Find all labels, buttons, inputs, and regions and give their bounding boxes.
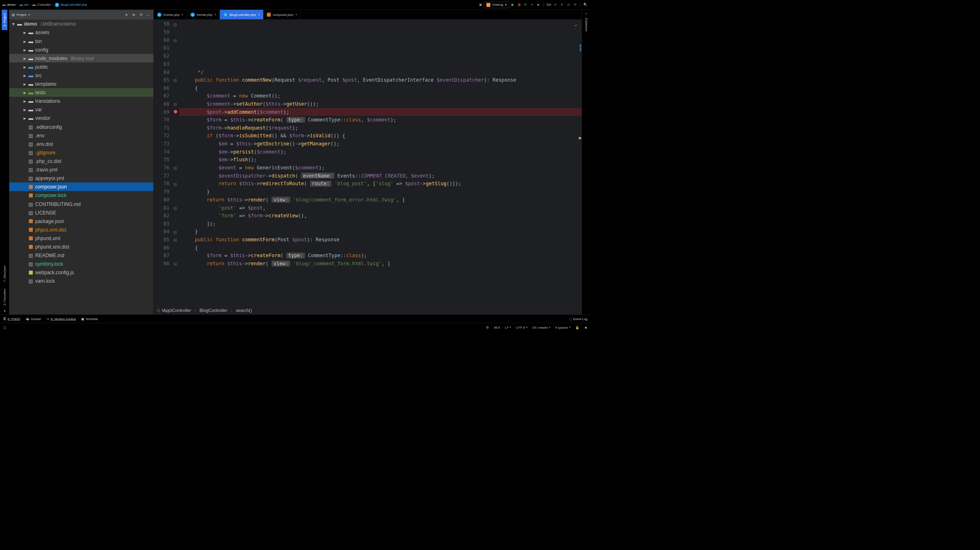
marker[interactable] <box>580 48 581 51</box>
editor-breadcrumb[interactable]: ⎙ \App\Controller › BlogController › sea… <box>154 306 582 315</box>
line-number[interactable]: 68 <box>154 100 170 108</box>
code-line[interactable]: $em->persist($comment); <box>179 148 581 156</box>
tree-item[interactable]: ▸▬var <box>9 105 153 114</box>
tree-item[interactable]: ▤README.md <box>9 251 153 260</box>
vcs-commit-button[interactable]: ✔ <box>559 2 566 8</box>
tree-item[interactable]: phpunit.xml <box>9 234 153 243</box>
tool-tab-project[interactable]: 1: Project <box>2 10 7 30</box>
fold-icon[interactable]: ⊟ <box>174 37 177 45</box>
tree-item[interactable]: ▤.env <box>9 131 153 140</box>
line-number[interactable]: 82 <box>154 212 170 220</box>
status-inspections-icon[interactable]: ☻ <box>584 325 587 329</box>
hide-icon[interactable]: — <box>146 12 151 17</box>
tree-root[interactable]: ▾ ▬ demo /JetBrains/demo <box>9 19 153 28</box>
status-caret-pos[interactable]: 98:6 <box>494 325 500 329</box>
breadcrumb-file[interactable]: C BlogController.php <box>55 2 87 7</box>
tree-item[interactable]: ▸▬assets <box>9 28 153 37</box>
line-number[interactable]: 77 <box>154 172 170 180</box>
status-readonly-icon[interactable]: 🔓 <box>575 325 579 329</box>
close-icon[interactable]: × <box>181 13 183 17</box>
tree-item[interactable]: ▤CONTRIBUTING.md <box>9 199 153 208</box>
fold-icon[interactable]: ⊟ <box>174 204 177 212</box>
vcs-update-button[interactable]: ✔ <box>553 2 559 8</box>
tree-item[interactable]: ▤.php_cs.dist <box>9 157 153 165</box>
revert-icon[interactable]: ⟲ <box>572 2 578 8</box>
fold-icon[interactable]: ⊟ <box>174 260 177 268</box>
code-line[interactable]: return $this->render( view: 'blog/commen… <box>179 196 581 204</box>
profile-button[interactable]: ✦ <box>529 2 535 8</box>
tree-item[interactable]: ▤.travis.yml <box>9 165 153 174</box>
tree-item[interactable]: ▸▬node_moduleslibrary root <box>9 54 153 63</box>
tree-item[interactable]: phpunit.xml.dist <box>9 243 153 251</box>
code-line[interactable]: */ <box>179 68 581 76</box>
tool-tab-eventlog[interactable]: ◌ Event Log <box>569 317 588 320</box>
line-number[interactable]: 86 <box>154 244 170 252</box>
tree-item[interactable]: ▤symfony.lock <box>9 260 153 268</box>
editor-gutter[interactable]: ⊟⊟⊟⊟⊟⊟⊟⊟⊟⊟ 58596061626364656667686970717… <box>154 19 179 306</box>
tool-tab-favorites[interactable]: 2: Favorites <box>2 286 7 309</box>
tree-item[interactable]: ▸▬templates <box>9 80 153 88</box>
code-line[interactable]: public function commentForm(Post $post):… <box>179 236 581 244</box>
line-number[interactable]: 71 <box>154 124 170 132</box>
code-line[interactable]: 'form' => $form->createView(), <box>179 212 581 220</box>
tree-item[interactable]: ▤.env.dist <box>9 140 153 148</box>
line-number[interactable]: 85 <box>154 236 170 244</box>
line-number[interactable]: 74 <box>154 148 170 156</box>
fold-icon[interactable]: ⊟ <box>174 236 177 244</box>
marker[interactable] <box>580 44 581 48</box>
tree-item[interactable]: ▤appveyor.yml <box>9 174 153 182</box>
tree-item[interactable]: ▸▬public <box>9 63 153 71</box>
tool-tab-todo[interactable]: ≣ 6: TODO <box>3 317 20 320</box>
fold-icon[interactable]: ⊟ <box>174 180 177 188</box>
code-line[interactable]: { <box>179 244 581 252</box>
line-number[interactable]: 79 <box>154 188 170 196</box>
line-number[interactable]: 65 <box>154 76 170 84</box>
tree-item[interactable]: ▤.editorconfig <box>9 123 153 131</box>
breakpoint-icon[interactable] <box>174 110 177 113</box>
line-number[interactable]: 84 <box>154 227 170 236</box>
editor-tab[interactable]: CKernel.php× <box>187 10 220 19</box>
line-number[interactable]: 70 <box>154 116 170 124</box>
gear-icon[interactable]: ⚙ <box>138 12 144 17</box>
breadcrumb-controller[interactable]: ▬ Controller <box>32 3 51 6</box>
code-line[interactable]: ]); <box>179 220 581 228</box>
code-line[interactable]: $comment = new Comment(); <box>179 92 581 100</box>
code-line[interactable]: return $this->redirectToRoute( route: 'b… <box>179 180 581 188</box>
fold-icon[interactable]: ⊟ <box>174 100 177 108</box>
search-icon[interactable]: 🔍 <box>582 2 589 8</box>
collapse-icon[interactable]: ⇆ <box>131 12 136 17</box>
line-number[interactable]: 73 <box>154 140 170 148</box>
tool-tab-database[interactable]: Database <box>585 15 588 34</box>
code-line[interactable]: return $this->render( view: 'blog/_comme… <box>179 260 581 268</box>
code-line[interactable]: if ($form->isSubmitted() && $form->isVal… <box>179 132 581 140</box>
line-number[interactable]: 75 <box>154 156 170 164</box>
line-number[interactable]: 63 <box>154 60 170 68</box>
tree-item[interactable]: ▸▬tests <box>9 88 153 97</box>
breadcrumb-src[interactable]: ▬ src <box>19 3 28 6</box>
line-number[interactable]: 60 <box>154 36 170 44</box>
inspection-ok-icon[interactable]: ✔ <box>575 21 577 29</box>
project-tree[interactable]: ▾ ▬ demo /JetBrains/demo ▸▬assets▸▬bin▸▬… <box>9 19 153 314</box>
code-line[interactable]: $form = $this->createForm( type: Comment… <box>179 251 581 260</box>
stop-button[interactable]: ■ <box>535 2 542 8</box>
close-icon[interactable]: × <box>295 13 297 17</box>
tree-item[interactable]: ▸▬bin <box>9 37 153 45</box>
history-icon[interactable]: ◷ <box>565 2 572 8</box>
tree-item[interactable]: composer.lock <box>9 191 153 199</box>
line-number[interactable]: 83 <box>154 220 170 228</box>
status-bgtasks-icon[interactable]: ⚙ <box>486 325 489 329</box>
code-line[interactable]: $eventDispatcher->dispatch( eventName: E… <box>179 172 581 180</box>
code-line[interactable]: $form->handleRequest($request); <box>179 124 581 132</box>
code-line[interactable]: } <box>179 227 581 236</box>
code-line[interactable]: $comment->setAuthor($this->getUser()); <box>179 100 581 108</box>
line-number[interactable]: 64 <box>154 68 170 76</box>
tool-tab-vcs[interactable]: ↪ 9: Version Control <box>46 317 76 320</box>
line-number[interactable]: 78 <box>154 180 170 188</box>
line-number[interactable]: 69 <box>154 108 170 116</box>
line-number[interactable]: 81 <box>154 204 170 212</box>
line-number[interactable]: 76 <box>154 164 170 172</box>
code-line[interactable]: $em->flush(); <box>179 156 581 164</box>
code-line[interactable]: public function commentNew(Request $requ… <box>179 76 581 84</box>
line-number[interactable]: 67 <box>154 92 170 100</box>
tool-tab-docker[interactable]: 🐳 Docker <box>26 317 41 320</box>
